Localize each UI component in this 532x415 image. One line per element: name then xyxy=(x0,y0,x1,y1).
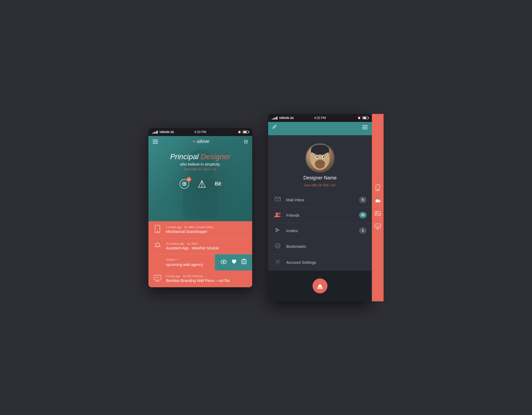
feed-author-2: by: Dash xyxy=(187,242,198,245)
feed-title-3: upcoming web agency xyxy=(166,262,203,267)
bookmarks-label: Bookmarks xyxy=(286,244,367,249)
menu-item-mail[interactable]: Mail Inbox 5 xyxy=(268,192,372,208)
brand-logo: ♥ uilove xyxy=(193,139,209,144)
signal-area-2: VIRGIN 3G xyxy=(272,116,294,120)
behance-icon[interactable]: Bē xyxy=(215,181,221,187)
menu-item-settings[interactable]: Account Settings xyxy=(268,254,372,270)
phone1-nav: ♥ uilove ⊟ xyxy=(153,139,248,145)
behance-label: Bē xyxy=(215,181,221,187)
menu-item-invites[interactable]: Invites 1 xyxy=(268,223,372,239)
mail-label: Mail Inbox xyxy=(286,198,355,202)
feed-item-1[interactable]: 1 minute ago by: Mike | Creative Mints M… xyxy=(148,221,252,239)
svg-point-37 xyxy=(277,261,279,262)
hero-title: Principal Designer xyxy=(153,153,248,161)
h-line3 xyxy=(362,129,368,129)
feed-item-3[interactable]: Ghulam ツ upcoming web agency xyxy=(148,254,252,270)
settings-icon xyxy=(273,259,282,266)
invites-badge: 1 xyxy=(359,227,367,234)
phone2-header xyxy=(268,122,372,135)
svg-point-41 xyxy=(377,189,378,190)
hamburger-button[interactable] xyxy=(153,140,158,143)
svg-marker-38 xyxy=(317,284,323,287)
settings-label: Account Settings xyxy=(286,260,367,265)
svg-rect-26 xyxy=(311,149,329,152)
heart-icon: ♥ xyxy=(193,139,195,144)
feed-meta-4: 2 hours ago by: Bill S Kenney xyxy=(166,275,230,278)
strip-icon-image[interactable] xyxy=(375,211,381,217)
strip-icon-monitor[interactable] xyxy=(375,224,381,231)
phone2: VIRGIN 3G 4:20 PM ⏰ xyxy=(268,114,372,301)
eject-button[interactable] xyxy=(313,278,327,293)
svg-point-30 xyxy=(323,156,324,158)
carrier-label-2: VIRGIN 3G xyxy=(279,116,294,120)
bar5 xyxy=(157,131,158,134)
svg-point-6 xyxy=(157,231,158,232)
status-time: 4:20 PM xyxy=(194,130,206,134)
feed-author-4: by: Bill S Kenney xyxy=(183,275,203,278)
feed-time-1: 1 minute ago xyxy=(166,226,181,229)
hero-sub2: love with UI / GUI / UX xyxy=(153,167,248,171)
svg-point-12 xyxy=(223,261,225,263)
svg-rect-45 xyxy=(375,224,381,228)
briefcase-button[interactable]: ⊟ xyxy=(244,139,248,145)
brand-name: uilove xyxy=(197,139,209,144)
alarm-icon-2: ⏰ xyxy=(358,116,361,119)
heart-button[interactable] xyxy=(231,259,237,266)
mail-icon xyxy=(273,197,282,203)
svg-rect-43 xyxy=(375,211,380,216)
status-time-2: 4:20 PM xyxy=(314,116,326,120)
tent-triangle xyxy=(197,179,207,189)
hamburger-button-2[interactable] xyxy=(362,125,368,129)
bar3-2 xyxy=(274,118,275,120)
bookmarks-icon xyxy=(273,243,282,250)
feed-icon-1 xyxy=(153,225,162,235)
svg-rect-20 xyxy=(154,275,161,280)
hamburger-line3 xyxy=(153,143,158,143)
battery-fill-2 xyxy=(363,117,367,119)
strip-icon-cloud[interactable] xyxy=(375,199,381,205)
feed-item-4[interactable]: 2 hours ago by: Bill S Kenney Bamboo Bra… xyxy=(148,270,252,287)
social-icons: 21 xyxy=(153,179,248,189)
feed-swipe-content: Ghulam ツ upcoming web agency xyxy=(148,254,215,270)
dribbble-icon[interactable]: 21 xyxy=(180,179,189,189)
svg-point-29 xyxy=(316,156,318,158)
strip-icon-phone[interactable] xyxy=(375,184,380,192)
svg-line-10 xyxy=(155,243,156,244)
avatar-svg xyxy=(306,143,334,172)
invites-icon xyxy=(273,227,282,234)
menu-item-friends[interactable]: Friends 25 xyxy=(268,208,372,223)
bar4 xyxy=(156,131,157,134)
avatar-image xyxy=(306,144,334,172)
bar1 xyxy=(152,133,153,134)
feed-content-4: 2 hours ago by: Bill S Kenney Bamboo Bra… xyxy=(166,275,230,283)
svg-rect-39 xyxy=(317,288,323,289)
feed-content-3: Ghulam ツ upcoming web agency xyxy=(166,258,203,267)
bar2-2 xyxy=(273,118,274,120)
tent-icon[interactable] xyxy=(197,179,207,189)
feed-icon-4 xyxy=(153,274,162,283)
friends-label: Friends xyxy=(286,213,355,217)
feed-content-1: 1 minute ago by: Mike | Creative Mints M… xyxy=(166,226,213,234)
svg-point-32 xyxy=(315,159,325,169)
profile-sub: love with UI/ GUI / UX xyxy=(305,183,336,187)
phone1-header: ♥ uilove ⊟ Principal Designer who believ… xyxy=(148,136,252,221)
alarm-icon: ⏰ xyxy=(238,130,241,133)
menu-item-bookmarks[interactable]: Bookmarks xyxy=(268,239,372,254)
signal-area: VIRGIN 3G xyxy=(152,130,174,134)
view-button[interactable] xyxy=(221,259,227,266)
hero-text: Principal Designer who believe in simpli… xyxy=(153,153,248,171)
bar1-2 xyxy=(272,119,273,120)
h-line2 xyxy=(362,127,368,128)
bar4-2 xyxy=(276,117,276,120)
bar5-2 xyxy=(277,117,277,120)
trash-button[interactable] xyxy=(242,259,246,266)
signal-bars-icon-2 xyxy=(272,116,277,120)
feed-content-2: 21 minutes ago by: Dash Assistant App - … xyxy=(166,242,219,250)
feed-meta-2: 21 minutes ago by: Dash xyxy=(166,242,219,245)
invites-label: Invites xyxy=(286,228,355,233)
edit-button[interactable] xyxy=(272,125,277,130)
svg-rect-13 xyxy=(242,260,246,264)
feed-item-2[interactable]: 21 minutes ago by: Dash Assistant App - … xyxy=(148,239,252,254)
battery-icon-2 xyxy=(362,116,368,119)
svg-line-9 xyxy=(159,243,160,244)
